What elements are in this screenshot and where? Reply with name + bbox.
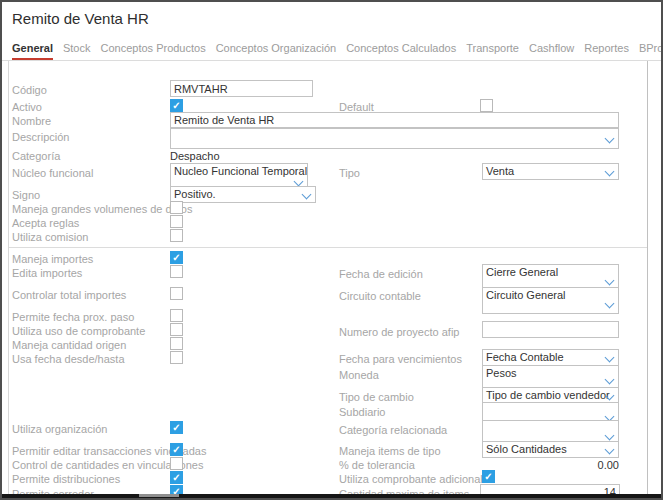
edita-importes-label: Edita importes (12, 267, 82, 279)
chevron-down-icon (302, 190, 312, 200)
maneja-items-de-tipo-value: Sólo Cantidades (486, 443, 567, 455)
acepta-reglas-checkbox[interactable] (170, 215, 183, 228)
tipo-dropdown[interactable]: Venta (482, 163, 619, 180)
tab-stock[interactable]: Stock (63, 42, 91, 60)
tab-bar: General Stock Conceptos Productos Concep… (12, 42, 663, 60)
tab-conceptos-organizacion[interactable]: Conceptos Organización (216, 42, 336, 60)
chevron-down-icon (605, 353, 615, 363)
subdiario-label: Subdiario (339, 406, 385, 418)
tab-cashflow[interactable]: Cashflow (529, 42, 574, 60)
fecha-para-vencimientos-label: Fecha para vencimientos (339, 353, 462, 365)
codigo-label: Código (12, 84, 47, 96)
permite-distribuciones-checkbox[interactable] (170, 471, 183, 484)
fecha-edicion-label: Fecha de edición (339, 268, 423, 280)
activo-checkbox[interactable] (170, 99, 183, 112)
maneja-importes-checkbox[interactable] (170, 251, 183, 264)
controlar-total-importes-checkbox[interactable] (170, 287, 183, 300)
chevron-down-icon (294, 177, 304, 187)
descripcion-dropdown[interactable] (170, 128, 619, 149)
tab-bproc[interactable]: BProc (639, 42, 663, 60)
default-checkbox[interactable] (480, 99, 493, 112)
permite-fecha-prox-paso-label: Permite fecha prox. paso (12, 311, 134, 323)
moneda-value: Pesos (486, 367, 517, 379)
fecha-para-vencimientos-value: Fecha Contable (486, 351, 564, 363)
nombre-input[interactable] (170, 112, 619, 128)
utiliza-organizacion-label: Utiliza organización (12, 423, 107, 435)
controlar-total-importes-label: Controlar total importes (12, 289, 126, 301)
circuito-contable-dropdown[interactable]: Circuito General (482, 287, 619, 314)
circuito-contable-label: Circuito contable (339, 290, 421, 302)
permitir-editar-transacciones-checkbox[interactable] (170, 443, 183, 456)
permite-fecha-prox-paso-checkbox[interactable] (170, 309, 183, 322)
categoria-relacionada-label: Categoría relacionada (339, 424, 447, 436)
maneja-importes-label: Maneja importes (12, 253, 93, 265)
page-title: Remito de Venta HR (12, 10, 149, 27)
section-divider (9, 247, 647, 248)
circuito-contable-value: Circuito General (486, 289, 565, 301)
chevron-down-icon (605, 134, 615, 144)
utiliza-uso-comprobante-checkbox[interactable] (170, 323, 183, 336)
categoria-label: Categoría (12, 150, 60, 162)
signo-label: Signo (12, 189, 40, 201)
codigo-input[interactable] (170, 80, 313, 97)
acepta-reglas-label: Acepta reglas (12, 217, 79, 229)
tab-reportes[interactable]: Reportes (584, 42, 629, 60)
tipo-de-cambio-value: Tipo de cambio vendedor (486, 389, 610, 401)
nombre-label: Nombre (12, 115, 51, 127)
chevron-down-icon (605, 299, 615, 309)
utiliza-comprobante-adicional-checkbox[interactable] (482, 470, 495, 483)
control-cantidades-vinculaciones-checkbox[interactable] (170, 457, 183, 470)
utiliza-comision-checkbox[interactable] (170, 229, 183, 242)
chevron-down-icon (605, 431, 615, 441)
usa-fecha-desde-hasta-checkbox[interactable] (170, 351, 183, 364)
maneja-grandes-volumenes-label: Maneja grandes volumenes de datos (12, 203, 192, 215)
fecha-para-vencimientos-dropdown[interactable]: Fecha Contable (482, 349, 619, 366)
utiliza-uso-comprobante-label: Utiliza uso de comprobante (12, 325, 145, 337)
maneja-items-de-tipo-label: Maneja items de tipo (339, 445, 441, 457)
usa-fecha-desde-hasta-label: Usa fecha desde/hasta (12, 353, 125, 365)
bottom-scrollbar-thumb[interactable] (139, 494, 179, 497)
moneda-label: Moneda (339, 369, 379, 381)
fecha-edicion-value: Cierre General (486, 266, 558, 278)
signo-value: Positivo. (174, 188, 216, 200)
tolerancia-label: % de tolerancia (339, 459, 415, 471)
activo-label: Activo (12, 101, 42, 113)
descripcion-label: Descripción (12, 131, 69, 143)
utiliza-comision-label: Utiliza comision (12, 231, 88, 243)
tipo-value: Venta (486, 165, 514, 177)
tab-conceptos-calculados[interactable]: Conceptos Calculados (346, 42, 456, 60)
tabs-separator (2, 60, 661, 61)
numero-proyecto-afip-input[interactable] (482, 321, 619, 338)
tab-transporte[interactable]: Transporte (466, 42, 519, 60)
nucleo-funcional-label: Núcleo funcional (12, 167, 93, 179)
tab-general[interactable]: General (12, 42, 53, 60)
panel-right-border (647, 61, 648, 494)
maneja-items-de-tipo-dropdown[interactable]: Sólo Cantidades (482, 441, 619, 458)
tipo-de-cambio-label: Tipo de cambio (339, 391, 414, 403)
tolerancia-value: 0.00 (522, 459, 619, 471)
numero-proyecto-afip-label: Numero de proyecto afip (339, 326, 459, 338)
tab-conceptos-productos[interactable]: Conceptos Productos (100, 42, 205, 60)
nucleo-funcional-value: Nucleo Funcional Temporal (174, 165, 307, 177)
categoria-value: Despacho (170, 150, 220, 162)
tipo-label: Tipo (339, 167, 360, 179)
utiliza-comprobante-adicional-label: Utiliza comprobante adicional (339, 473, 483, 485)
maneja-cantidad-origen-label: Maneja cantidad origen (12, 339, 126, 351)
maneja-grandes-volumenes-checkbox[interactable] (170, 201, 183, 214)
window: Remito de Venta HR General Stock Concept… (0, 0, 663, 500)
signo-dropdown[interactable]: Positivo. (170, 186, 316, 203)
chevron-down-icon (605, 375, 615, 385)
permite-distribuciones-label: Permite distribuciones (12, 473, 120, 485)
utiliza-organizacion-checkbox[interactable] (170, 421, 183, 434)
edita-importes-checkbox[interactable] (170, 265, 183, 278)
maneja-cantidad-origen-checkbox[interactable] (170, 337, 183, 350)
chevron-down-icon (605, 276, 615, 286)
bottom-cutoff-bar (2, 494, 661, 500)
panel-left-border (8, 61, 9, 494)
chevron-down-icon (605, 445, 615, 455)
chevron-down-icon (605, 167, 615, 177)
